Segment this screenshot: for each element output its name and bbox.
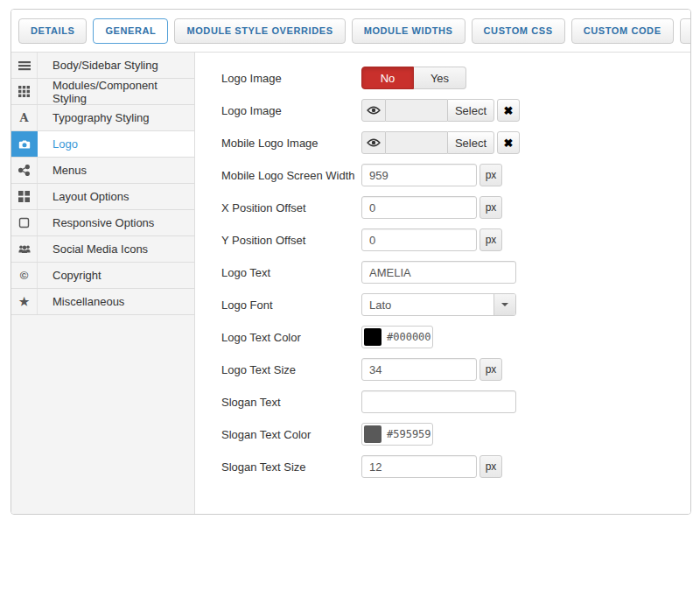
sidebar-item-body-sidebar-styling[interactable]: Body/Sidebar Styling (11, 53, 194, 79)
sidebar-item-label: Modules/Component Styling (38, 79, 194, 104)
sidebar-item-label: Logo (38, 131, 194, 157)
field-label: Slogan Text (221, 396, 361, 409)
slogan-text-color-picker[interactable]: #595959 (361, 423, 433, 446)
sidebar-item-label: Copyright (38, 263, 194, 288)
field-logo-text-size: Logo Text Size px (221, 358, 690, 381)
field-label: Logo Text Size (221, 363, 361, 376)
tab-module-widths[interactable]: MODULE WIDTHS (352, 18, 466, 44)
px-unit-addon: px (480, 358, 502, 381)
slogan-text-input[interactable] (361, 390, 516, 413)
theme-settings-panel: DETAILS GENERAL MODULE STYLE OVERRIDES M… (10, 9, 691, 515)
color-swatch (364, 425, 382, 443)
logo-font-select[interactable]: Lato (361, 293, 516, 316)
field-slogan-text: Slogan Text (221, 390, 690, 413)
sidebar: Body/Sidebar Styling Modules/Component S… (11, 53, 195, 515)
settings-body: Body/Sidebar Styling Modules/Component S… (11, 52, 690, 515)
select-image-button[interactable]: Select (447, 99, 494, 122)
eye-icon (367, 105, 381, 116)
sidebar-item-label: Body/Sidebar Styling (38, 53, 194, 78)
x-icon: ✖ (504, 104, 514, 117)
toggle-no-button[interactable]: No (361, 67, 414, 89)
logo-text-color-picker[interactable]: #000000 (361, 326, 433, 348)
color-hex-value: #000000 (387, 331, 431, 343)
field-y-position-offset: Y Position Offset px (221, 228, 690, 251)
field-label: Logo Font (221, 299, 361, 312)
settings-form: Logo Image No Yes Logo Image Select ✖ (195, 53, 690, 515)
sidebar-item-label: Social Media Icons (38, 236, 194, 262)
logo-text-input[interactable] (361, 261, 516, 284)
bars-icon (11, 53, 38, 78)
font-icon: A (11, 105, 38, 130)
toggle-yes-button[interactable]: Yes (414, 67, 466, 89)
logo-image-path-input[interactable] (386, 99, 447, 122)
tab-custom-css[interactable]: CUSTOM CSS (472, 18, 565, 44)
logo-image-toggle: No Yes (361, 67, 466, 89)
field-label: Logo Image (221, 72, 361, 85)
field-logo-text: Logo Text (221, 261, 690, 284)
field-label: Logo Text Color (221, 331, 361, 344)
share-icon (11, 158, 38, 183)
sidebar-item-menus[interactable]: Menus (11, 158, 194, 184)
field-x-position-offset: X Position Offset px (221, 196, 690, 219)
color-hex-value: #595959 (387, 428, 431, 440)
tab-custom-code[interactable]: CUSTOM CODE (571, 18, 674, 44)
px-unit-addon: px (480, 228, 502, 251)
preview-eye-button[interactable] (361, 99, 386, 122)
sidebar-item-layout-options[interactable]: Layout Options (11, 184, 194, 210)
preview-eye-button[interactable] (361, 131, 386, 154)
dropdown-toggle-button[interactable] (494, 294, 515, 315)
sidebar-item-label: Typography Styling (38, 105, 194, 130)
sidebar-item-logo[interactable]: Logo (11, 131, 194, 158)
sidebar-item-copyright[interactable]: © Copyright (11, 263, 194, 289)
x-icon: ✖ (504, 137, 514, 150)
field-slogan-text-size: Slogan Text Size px (221, 455, 690, 478)
sidebar-item-typography-styling[interactable]: A Typography Styling (11, 105, 194, 131)
eye-icon (367, 137, 381, 148)
field-label: Logo Text (221, 266, 361, 279)
sidebar-item-social-media-icons[interactable]: Social Media Icons (11, 236, 194, 263)
users-icon (11, 236, 38, 262)
field-label: X Position Offset (221, 201, 361, 214)
field-label: Y Position Offset (221, 234, 361, 247)
sidebar-item-miscellaneous[interactable]: ★ Miscellaneous (11, 289, 194, 315)
caret-down-icon (501, 303, 508, 306)
field-logo-image-enable: Logo Image No Yes (221, 67, 690, 89)
select-image-button[interactable]: Select (447, 131, 494, 154)
mobile-logo-media-group: Select (361, 131, 494, 154)
field-label: Logo Image (221, 104, 361, 117)
px-unit-addon: px (480, 164, 502, 186)
tab-menu-assignment[interactable]: MENU ASSIGNMENT (680, 18, 691, 44)
tab-details[interactable]: DETAILS (18, 18, 87, 44)
tab-bar: DETAILS GENERAL MODULE STYLE OVERRIDES M… (11, 10, 690, 52)
logo-font-selected-value: Lato (362, 294, 494, 315)
sidebar-item-label: Miscellaneous (38, 289, 194, 314)
clear-image-button[interactable]: ✖ (497, 131, 520, 154)
star-icon: ★ (11, 289, 38, 314)
mobile-logo-screen-width-input[interactable] (361, 164, 477, 186)
field-logo-text-color: Logo Text Color #000000 (221, 326, 690, 348)
px-unit-addon: px (480, 196, 502, 219)
y-position-offset-input[interactable] (361, 228, 477, 251)
sidebar-item-label: Layout Options (38, 184, 194, 209)
field-slogan-text-color: Slogan Text Color #595959 (221, 423, 690, 446)
x-position-offset-input[interactable] (361, 196, 477, 219)
logo-image-media-group: Select (361, 99, 494, 122)
layout-blocks-icon (11, 184, 38, 209)
color-swatch (364, 328, 382, 346)
sidebar-item-responsive-options[interactable]: Responsive Options (11, 210, 194, 236)
mobile-logo-path-input[interactable] (386, 131, 447, 154)
sidebar-item-label: Menus (38, 158, 194, 183)
tab-module-style-overrides[interactable]: MODULE STYLE OVERRIDES (174, 18, 345, 44)
logo-text-size-input[interactable] (361, 358, 477, 381)
tab-general[interactable]: GENERAL (93, 18, 168, 44)
clear-image-button[interactable]: ✖ (497, 99, 520, 122)
slogan-text-size-input[interactable] (361, 455, 477, 478)
field-mobile-logo-image-media: Mobile Logo Image Select ✖ (221, 131, 690, 154)
sidebar-item-modules-component-styling[interactable]: Modules/Component Styling (11, 79, 194, 105)
grid-icon (11, 79, 38, 104)
field-label: Slogan Text Size (221, 460, 361, 474)
px-unit-addon: px (480, 455, 502, 478)
field-label: Slogan Text Color (221, 428, 361, 441)
copyright-icon: © (11, 263, 38, 288)
camera-icon (11, 131, 38, 157)
